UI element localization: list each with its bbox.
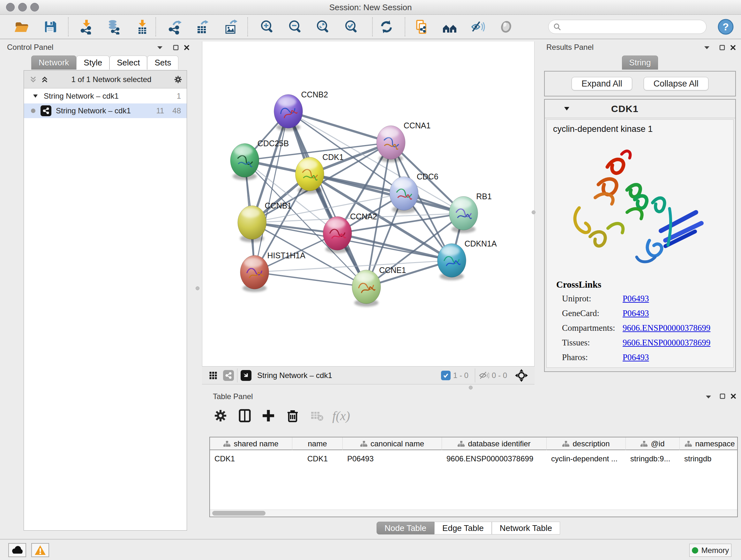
- collapse-all-button[interactable]: Collapse All: [644, 77, 709, 90]
- network-canvas[interactable]: CCNB2CCNA1CDC25BCDK1CDC6RB1CCNB1CCNA2CDK…: [202, 42, 535, 366]
- column-header-description[interactable]: description: [547, 437, 626, 450]
- tab-network[interactable]: Network: [31, 56, 76, 70]
- gear-icon[interactable]: [174, 75, 182, 84]
- show-column-icon[interactable]: [234, 406, 255, 426]
- node-table[interactable]: shared namenamecanonical namedatabase id…: [209, 437, 738, 517]
- crosslink-link[interactable]: 9606.ENSP00000378699: [623, 323, 711, 333]
- table-cell[interactable]: 9606.ENSP00000378699: [442, 452, 547, 465]
- network-collection-row[interactable]: String Network – cdk1 1: [24, 89, 187, 104]
- scrollbar-thumb[interactable]: [212, 511, 266, 516]
- table-cell[interactable]: P06493: [343, 452, 442, 465]
- function-builder-icon[interactable]: f(x): [331, 406, 351, 426]
- table-panel-close-icon[interactable]: [729, 392, 738, 400]
- cloud-status-button[interactable]: [8, 543, 26, 557]
- show-hidden-button[interactable]: [498, 18, 515, 35]
- network-row-selected[interactable]: String Network – cdk1 11 48: [24, 104, 187, 118]
- birds-eye-view-icon[interactable]: [241, 370, 252, 381]
- edge-CCNB2-HIST1H1A[interactable]: [255, 111, 288, 272]
- table-horizontal-scrollbar[interactable]: [210, 509, 737, 516]
- move-crosshair-icon[interactable]: [515, 369, 528, 382]
- crosslink-link[interactable]: P06493: [623, 308, 649, 318]
- tab-string[interactable]: String: [622, 56, 658, 70]
- table-cell[interactable]: CDK1: [292, 452, 343, 465]
- delete-column-icon[interactable]: [282, 406, 303, 426]
- node-CDKN1A[interactable]: CDKN1A: [437, 239, 497, 280]
- import-network-from-database-button[interactable]: [105, 18, 122, 35]
- export-network-button[interactable]: [167, 18, 184, 35]
- crosslink-link[interactable]: P06493: [623, 353, 649, 362]
- edge-CCNB2-CCNE1[interactable]: [288, 111, 366, 287]
- network-thumbnail-icon[interactable]: [223, 370, 234, 381]
- add-column-icon[interactable]: [258, 406, 279, 426]
- vertical-splitter-handle[interactable]: [196, 287, 199, 290]
- control-panel-close-icon[interactable]: [183, 44, 191, 52]
- memory-button[interactable]: Memory: [689, 544, 731, 557]
- search-box[interactable]: [548, 20, 706, 34]
- section-expander-icon[interactable]: [564, 107, 569, 111]
- zoom-fit-button[interactable]: [315, 18, 332, 35]
- horizontal-splitter-handle[interactable]: [469, 386, 473, 389]
- node-CCNE1[interactable]: CCNE1: [352, 266, 406, 307]
- table-panel-float-icon[interactable]: [718, 392, 727, 400]
- hide-selected-button[interactable]: [469, 18, 486, 35]
- crosslink-link[interactable]: P06493: [623, 294, 649, 304]
- results-panel-float-icon[interactable]: [718, 44, 726, 52]
- tab-select[interactable]: Select: [110, 56, 147, 70]
- table-cell[interactable]: cyclin-dependent ...: [547, 452, 626, 465]
- crosslink-link[interactable]: 9606.ENSP00000378699: [623, 338, 711, 348]
- save-session-button[interactable]: [42, 18, 58, 35]
- show-home-button[interactable]: [442, 18, 458, 35]
- export-table-button[interactable]: [194, 18, 211, 35]
- column-header-canonical-name[interactable]: canonical name: [343, 437, 442, 450]
- save-floppy-icon: [43, 19, 58, 35]
- expand-all-icon[interactable]: [41, 75, 49, 84]
- help-button[interactable]: ?: [718, 18, 734, 35]
- table-cell[interactable]: stringdb: [680, 452, 738, 465]
- table-panel-menu-icon[interactable]: [704, 393, 713, 401]
- node-CCNA2[interactable]: CCNA2: [323, 212, 377, 253]
- zoom-selected-button[interactable]: [343, 18, 360, 35]
- results-panel-close-icon[interactable]: [729, 44, 737, 52]
- tab-node-table[interactable]: Node Table: [377, 522, 434, 535]
- tab-style[interactable]: Style: [76, 56, 110, 70]
- warnings-button[interactable]: [31, 543, 49, 557]
- node-CDC25B[interactable]: CDC25B: [230, 139, 289, 180]
- node-label-HIST1H1A: HIST1H1A: [267, 251, 306, 260]
- hidden-eye-icon[interactable]: [478, 371, 489, 380]
- edge-CCNB2-CCNA1[interactable]: [288, 111, 391, 143]
- gene-section-header[interactable]: CDK1: [545, 100, 735, 118]
- vertical-splitter-handle[interactable]: [532, 210, 536, 214]
- export-image-button[interactable]: [223, 18, 239, 35]
- tab-network-table[interactable]: Network Table: [492, 522, 560, 535]
- results-panel-menu-icon[interactable]: [703, 44, 711, 52]
- apply-preferred-layout-button[interactable]: [378, 18, 395, 35]
- grid-view-icon[interactable]: [209, 371, 217, 380]
- import-network-from-file-button[interactable]: [78, 18, 95, 35]
- column-header-database-identifier[interactable]: database identifier: [442, 437, 547, 450]
- tab-edge-table[interactable]: Edge Table: [434, 522, 492, 535]
- control-panel-menu-icon[interactable]: [156, 44, 164, 52]
- clone-network-button[interactable]: [414, 18, 430, 35]
- node-RB1[interactable]: RB1: [449, 192, 492, 233]
- import-table-from-file-button[interactable]: [134, 18, 151, 35]
- open-session-button[interactable]: [13, 18, 30, 35]
- zoom-in-button[interactable]: [259, 18, 276, 35]
- search-input[interactable]: [564, 22, 706, 32]
- table-settings-gear-icon[interactable]: [210, 406, 231, 426]
- delete-table-icon[interactable]: [307, 406, 327, 426]
- column-header-namespace[interactable]: namespace: [680, 437, 738, 450]
- node-CCNB2[interactable]: CCNB2: [274, 90, 328, 131]
- table-cell[interactable]: CDK1: [210, 452, 292, 465]
- tab-sets[interactable]: Sets: [147, 56, 179, 70]
- expand-all-button[interactable]: Expand All: [571, 77, 632, 90]
- zoom-out-button[interactable]: [287, 18, 304, 35]
- control-panel-float-icon[interactable]: [172, 44, 180, 52]
- edge-HIST1H1A-CCNE1[interactable]: [255, 272, 366, 287]
- selected-checkbox[interactable]: [441, 371, 451, 380]
- collection-expander-icon[interactable]: [33, 94, 38, 98]
- column-header-name[interactable]: name: [292, 437, 343, 450]
- column-header-@id[interactable]: @id: [626, 437, 680, 450]
- collapse-all-icon[interactable]: [29, 75, 37, 84]
- table-cell[interactable]: stringdb:9...: [626, 452, 680, 465]
- column-header-shared-name[interactable]: shared name: [210, 437, 292, 450]
